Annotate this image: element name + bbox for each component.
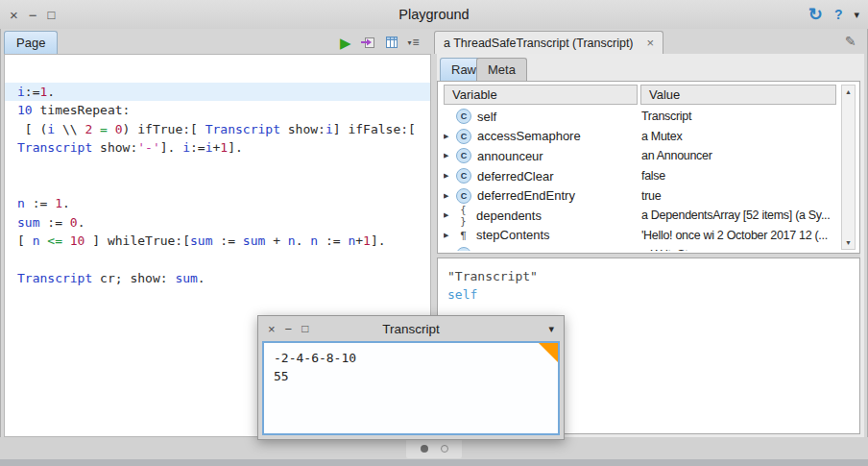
title-bar: × − □ Playground ↻ ? ▾ <box>0 0 868 29</box>
variable-row[interactable]: ▶CdeferredClearfalse <box>444 166 839 186</box>
expand-arrow-icon[interactable]: ▶ <box>444 133 456 140</box>
playground-toolbar: ▶ ▾ ≡ <box>340 31 420 54</box>
variable-value: a DependentsArray [52 items] (a Sy... <box>641 208 839 222</box>
variable-value: an Announcer <box>641 149 839 162</box>
variable-row[interactable]: CselfTranscript <box>444 107 839 127</box>
variable-row[interactable]: ▶CaccessSemaphorea Mutex <box>444 127 839 147</box>
transcript-output[interactable]: -2-4-6-8-1055 <box>262 341 560 435</box>
sync-icon[interactable]: ↻ <box>808 6 823 23</box>
menu-caret-icon: ▾ <box>408 38 412 47</box>
expand-arrow-icon[interactable]: ▶ <box>444 232 456 239</box>
class-icon: C <box>456 109 471 124</box>
tab-meta-label: Meta <box>488 62 516 77</box>
transcript-title-bar[interactable]: × − □ Transcript ▾ <box>258 316 564 341</box>
variable-name: accessSemaphore <box>477 129 581 143</box>
tab-raw-label: Raw <box>451 62 476 77</box>
window-title: Playground <box>0 0 868 29</box>
variables-table: Variable Value CselfTranscript▶CaccessSe… <box>437 81 860 254</box>
tab-inspector-label: a ThreadSafeTranscript (Transcript) <box>444 37 634 50</box>
variables-rows: CselfTranscript▶CaccessSemaphorea Mutex▶… <box>444 107 839 251</box>
code-line[interactable] <box>5 251 430 269</box>
variable-row[interactable]: ▶¶stepContents'Hello! once wi 2 October … <box>444 226 839 246</box>
code-line[interactable]: Transcript cr; show: sum. <box>5 269 430 287</box>
transcript-line: 55 <box>274 367 558 385</box>
class-icon: C <box>456 129 471 144</box>
variable-value: Transcript <box>641 110 839 123</box>
eval-line[interactable]: "Transcript" <box>447 267 859 285</box>
bottom-edge <box>0 459 868 466</box>
variable-name: deferredClear <box>477 169 554 184</box>
page-menu-icon[interactable]: ▾ ≡ <box>408 36 420 49</box>
tab-inspector[interactable]: a ThreadSafeTranscript (Transcript) × <box>434 31 663 54</box>
maximize-icon[interactable]: □ <box>301 323 308 334</box>
tab-page[interactable]: Page <box>4 31 58 54</box>
code-line[interactable] <box>5 158 430 176</box>
tab-close-icon[interactable]: × <box>647 37 655 49</box>
braces-icon: { } <box>456 204 470 227</box>
scroll-down-icon[interactable]: ▼ <box>842 239 855 246</box>
pilcrow-icon: ¶ <box>456 230 470 241</box>
code-line[interactable]: [ (i \\ 2 = 0) ifTrue:[ Transcript show:… <box>5 120 430 138</box>
titlebar-icons: ↻ ? ▾ <box>808 0 859 29</box>
variable-value: true <box>641 189 839 203</box>
class-icon: C <box>456 148 471 163</box>
variable-row[interactable]: ▶{ }dependentsa DependentsArray [52 item… <box>444 206 839 226</box>
variable-value: 'Hello! once wi 2 October 2017 12 (... <box>641 229 839 242</box>
tab-meta[interactable]: Meta <box>476 58 527 81</box>
publish-icon[interactable] <box>360 35 375 50</box>
corner-grip-icon <box>539 343 558 362</box>
column-header-variable[interactable]: Variable <box>444 85 638 105</box>
page-dot-1[interactable] <box>421 445 428 453</box>
do-it-icon[interactable]: ▶ <box>340 36 351 50</box>
code-line[interactable]: Transcript show:'-']. i:=i+1]. <box>5 138 430 157</box>
variable-row[interactable]: ▶Cstreama WriteStream <box>444 245 839 251</box>
code-line[interactable] <box>5 176 430 194</box>
scroll-up-icon[interactable]: ▲ <box>842 88 855 95</box>
transcript-menu-icon[interactable]: ▾ <box>548 323 554 335</box>
code-line[interactable]: n := 1. <box>5 194 430 212</box>
transcript-window[interactable]: × − □ Transcript ▾ -2-4-6-8-1055 <box>257 315 565 440</box>
column-header-value[interactable]: Value <box>640 85 836 105</box>
window-menu-icon[interactable]: ▾ <box>854 9 859 21</box>
expand-arrow-icon[interactable]: ▶ <box>444 192 456 200</box>
variable-value: a WriteStream <box>641 248 839 251</box>
page-footer <box>0 437 868 459</box>
expand-arrow-icon[interactable]: ▶ <box>444 152 456 159</box>
table-scrollbar[interactable]: ▲ ▼ <box>841 85 856 250</box>
variable-name: self <box>477 110 496 124</box>
variable-name: dependents <box>476 208 542 223</box>
page-dot-2[interactable] <box>441 445 448 453</box>
transcript-line: -2-4-6-8-10 <box>274 349 558 367</box>
close-icon[interactable]: × <box>268 323 276 335</box>
inspect-table-icon[interactable] <box>384 35 399 50</box>
variable-row[interactable]: ▶Cannounceuran Announcer <box>444 146 839 166</box>
tab-page-label: Page <box>16 36 45 50</box>
class-icon: C <box>456 168 471 184</box>
variable-name: announceur <box>477 149 543 163</box>
variable-value: a Mutex <box>641 130 839 143</box>
code-line[interactable]: [ n <= 10 ] whileTrue:[sum := sum + n. n… <box>5 232 430 250</box>
menu-lines-icon: ≡ <box>413 36 420 49</box>
code-line[interactable]: sum := 0. <box>5 213 430 232</box>
help-icon[interactable]: ? <box>834 7 843 22</box>
variable-row[interactable]: ▶CdeferredEndEntrytrue <box>444 185 839 206</box>
variable-name: deferredEndEntry <box>477 188 575 203</box>
code-line[interactable]: 10 timesRepeat: <box>5 101 430 119</box>
expand-arrow-icon[interactable]: ▶ <box>444 172 456 180</box>
variable-name: stream <box>477 248 516 251</box>
variable-name: stepContents <box>476 228 550 242</box>
code-line[interactable]: i:=1. <box>5 83 430 101</box>
page-dots <box>406 438 462 458</box>
expand-arrow-icon[interactable]: ▶ <box>444 211 456 219</box>
edit-pencil-icon[interactable]: ✎ <box>845 34 856 49</box>
minimize-icon[interactable]: − <box>285 323 293 335</box>
class-icon: C <box>456 247 471 251</box>
class-icon: C <box>456 188 471 204</box>
transcript-window-controls: × − □ <box>268 323 308 335</box>
playground-window: × − □ Playground ↻ ? ▾ Page ▶ <box>0 0 868 466</box>
eval-line[interactable]: self <box>447 285 859 304</box>
variable-value: false <box>641 169 839 183</box>
